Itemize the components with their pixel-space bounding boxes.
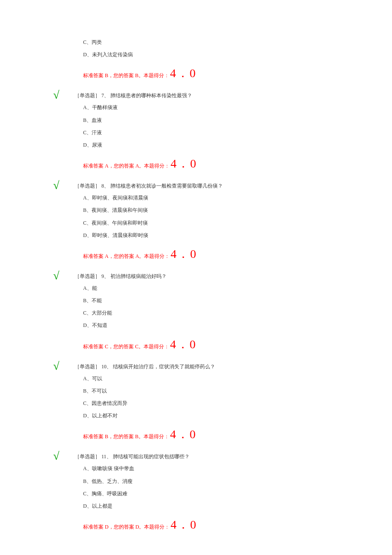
option-item: A、即时痰、夜间痰和清晨痰 [83,194,375,202]
option-item: B、不可以 [83,387,375,395]
answer-text: 标准答案 C，您的答案 C。本题得分： [83,343,169,350]
partial-options-list: C、丙类 D、未列入法定传染病 [83,38,375,59]
answer-line: 标准答案 B，您的答案 B。本题得分： 4．0 [83,426,375,442]
question-block: √ ［单选题］ 9、 初治肺结核病能治好吗？ A、能 B、不能 C、大部分能 D… [66,273,375,353]
question-header: ［单选题］ 11、 肺结核可能出现的症状包括哪些？ [75,453,375,460]
answer-text: 标准答案 B，您的答案 B。本题得分： [83,72,169,79]
option-item: C、大部分能 [83,309,375,317]
option-item: C、因患者情况而异 [83,399,375,408]
score-value: 4．0 [170,65,196,81]
question-block: √ ［单选题］ 8、 肺结核患者初次就诊一般检查需要留取哪几份痰？ A、即时痰、… [66,182,375,262]
score-value: 4．0 [170,426,196,442]
question-text: 结核病开始治疗后，症状消失了就能停药么？ [113,364,215,370]
option-item: B、不能 [83,297,375,305]
correct-checkmark-icon: √ [53,269,59,282]
options-list: A、能 B、不能 C、大部分能 D、不知道 [83,284,375,330]
answer-line: 标准答案 A，您的答案 A。本题得分： 4．0 [83,246,375,262]
answer-line: 标准答案 A，您的答案 A。本题得分： 4．0 [83,156,375,172]
option-item: D、以上都不对 [83,412,375,420]
option-item: D、尿液 [83,141,375,149]
question-block: √ ［单选题］ 11、 肺结核可能出现的症状包括哪些？ A、咳嗽咳痰 痰中带血 … [66,453,375,533]
question-header: ［单选题］ 7、 肺结核患者的哪种标本传染性最强？ [75,92,375,99]
option-item: A、能 [83,284,375,292]
question-block: √ ［单选题］ 10、 结核病开始治疗后，症状消失了就能停药么？ A、可以 B、… [66,363,375,443]
correct-checkmark-icon: √ [53,179,59,192]
question-number: 10、 [101,364,112,370]
option-item: A、可以 [83,375,375,383]
question-text: 肺结核患者的哪种标本传染性最强？ [110,92,192,98]
question-type: ［单选题］ [75,92,100,98]
option-item: C、丙类 [83,38,375,46]
answer-text: 标准答案 A，您的答案 A。本题得分： [83,162,170,170]
option-item: A、干酪样痰液 [83,104,375,112]
answer-text: 标准答案 A，您的答案 A。本题得分： [83,253,170,260]
score-value: 4．0 [170,336,196,353]
answer-line: 标准答案 B，您的答案 B。本题得分： 4．0 [83,65,375,81]
correct-checkmark-icon: √ [53,450,59,462]
correct-checkmark-icon: √ [53,360,59,373]
options-list: A、咳嗽咳痰 痰中带血 B、低热、乏力、消瘦 C、胸痛、呼吸困难 D、以上都是 [83,465,375,510]
option-item: C、胸痛、呼吸困难 [83,490,375,498]
question-header: ［单选题］ 10、 结核病开始治疗后，症状消失了就能停药么？ [75,363,375,370]
question-type: ［单选题］ [75,364,100,370]
answer-text: 标准答案 D，您的答案 D。本题得分： [83,523,170,531]
options-list: A、干酪样痰液 B、血液 C、汗液 D、尿液 [83,104,375,149]
question-text: 初治肺结核病能治好吗？ [110,273,167,279]
question-type: ［单选题］ [75,454,100,460]
question-number: 7、 [101,92,109,98]
question-number: 9、 [101,273,109,279]
score-value: 4．0 [170,156,197,172]
score-value: 4．0 [170,517,197,533]
partial-question-block: C、丙类 D、未列入法定传染病 标准答案 B，您的答案 B。本题得分： 4．0 [66,38,375,81]
answer-line: 标准答案 C，您的答案 C。本题得分： 4．0 [83,336,375,353]
answer-text: 标准答案 B，您的答案 B。本题得分： [83,433,169,440]
options-list: A、即时痰、夜间痰和清晨痰 B、夜间痰、清晨痰和午间痰 C、夜间痰、午间痰和即时… [83,194,375,240]
answer-line: 标准答案 D，您的答案 D。本题得分： 4．0 [83,517,375,533]
question-header: ［单选题］ 8、 肺结核患者初次就诊一般检查需要留取哪几份痰？ [75,182,375,190]
option-item: A、咳嗽咳痰 痰中带血 [83,465,375,473]
option-item: C、汗液 [83,129,375,137]
option-item: B、夜间痰、清晨痰和午间痰 [83,206,375,214]
option-item: D、未列入法定传染病 [83,51,375,59]
option-item: D、以上都是 [83,502,375,510]
question-number: 8、 [101,183,109,189]
correct-checkmark-icon: √ [53,89,59,101]
question-number: 11、 [101,454,112,460]
option-item: B、低热、乏力、消瘦 [83,477,375,486]
option-item: C、夜间痰、午间痰和即时痰 [83,219,375,227]
question-text: 肺结核患者初次就诊一般检查需要留取哪几份痰？ [110,183,223,189]
option-item: B、血液 [83,116,375,124]
question-text: 肺结核可能出现的症状包括哪些？ [113,454,190,460]
question-type: ［单选题］ [75,183,100,189]
question-header: ［单选题］ 9、 初治肺结核病能治好吗？ [75,273,375,280]
option-item: D、不知道 [83,321,375,330]
score-value: 4．0 [170,246,197,262]
options-list: A、可以 B、不可以 C、因患者情况而异 D、以上都不对 [83,375,375,420]
option-item: D、即时痰、清晨痰和即时痰 [83,231,375,240]
question-type: ［单选题］ [75,273,100,279]
question-block: √ ［单选题］ 7、 肺结核患者的哪种标本传染性最强？ A、干酪样痰液 B、血液… [66,92,375,172]
